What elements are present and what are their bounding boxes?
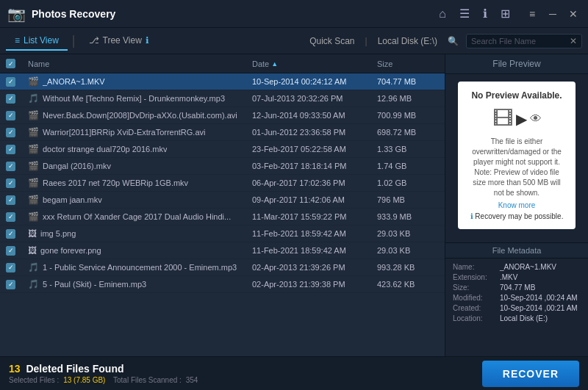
search-input[interactable] [471,37,567,46]
meta-row-created: Created: 10-Sep-2014 ,00:21 AM [453,304,581,312]
row-size: 1.02 GB [371,176,445,190]
row-checkbox[interactable]: ✓ [0,277,22,292]
row-check-icon: ✓ [6,195,15,205]
table-row[interactable]: ✓ 🎬 begam jaan.mkv 09-Apr-2017 11:42:06 … [0,192,445,209]
file-type-icon: 🎵 [28,262,39,272]
local-disk-label[interactable]: Local Disk (E:\) [375,35,440,48]
row-check-icon: ✓ [6,178,15,188]
row-date: 11-Mar-2017 15:59:22 PM [246,209,371,224]
recovery-possible-text: ℹ Recovery may be possible. [467,212,567,220]
row-checkbox[interactable]: ✓ [0,209,22,225]
row-checkbox[interactable]: ✓ [0,125,22,140]
meta-row-modified: Modified: 10-Sep-2014 ,00:24 AM [453,294,581,302]
table-row[interactable]: ✓ 🎬 xxx Return Of Xander Cage 2017 Dual … [0,209,445,225]
file-name-text: xxx Return Of Xander Cage 2017 Dual Audi… [43,212,231,221]
title-bar: 📷 Photos Recovery ⌂ ☰ ℹ ⊞ ≡ ─ ✕ [0,0,588,28]
row-size: 29.03 KB [371,243,445,258]
row-name: 🎬 begam jaan.mkv [22,192,246,208]
row-date: 02-Apr-2013 21:39:38 PM [246,277,371,292]
file-type-icon: 🎬 [28,127,39,137]
table-row[interactable]: ✓ 🎵 Without Me [Techno Remix] - Drunkenm… [0,90,445,107]
table-row[interactable]: ✓ 🎵 5 - Paul (Skit) - Eminem.mp3 02-Apr-… [0,276,445,293]
row-date: 02-Apr-2013 21:39:26 PM [246,260,371,275]
row-name: 🎬 Warrior[2011]BRRip XviD-ExtraTorrentRG… [22,124,246,140]
file-type-icon: 🎬 [28,161,39,171]
row-name: 🎬 Raees 2017 net 720p WEBRip 1GB.mkv [22,175,246,191]
row-name: 🖼 img 5.png [22,225,246,242]
row-checkbox[interactable]: ✓ [0,226,22,242]
preview-panel: File Preview No Preview Available. 🎞 ▶ 👁… [445,54,588,356]
meta-row-name: Name: _ANORA~1.MKV [453,263,581,271]
menu-icon[interactable]: ≡ [525,8,539,20]
title-bar-nav: ⌂ ☰ ℹ ⊞ [439,7,510,21]
file-name-text: Raees 2017 net 720p WEBRip 1GB.mkv [43,178,188,187]
selected-files-value: 13 (7.85 GB) [63,376,105,384]
tree-view-label: Tree View [103,35,142,46]
row-name: 🖼 gone forever.png [22,242,246,259]
file-type-icon: 🎬 [28,144,39,154]
tab-list-view[interactable]: ≡ List View [6,32,68,51]
file-name-text: img 5.png [40,229,76,238]
row-checkbox[interactable]: ✓ [0,260,22,275]
close-button[interactable]: ✕ [566,8,581,20]
row-check-icon: ✓ [6,280,15,289]
th-date-label: Date [252,59,269,68]
minimize-button[interactable]: ─ [545,8,560,20]
table-row[interactable]: ✓ 🎬 Dangal (2016).mkv 03-Feb-2017 18:18:… [0,158,445,175]
tab-tree-view[interactable]: ⎇ Tree View ℹ [80,32,158,51]
deleted-count: 13 [9,363,21,375]
metadata-header: File Metadata [445,243,588,259]
file-name-text: _ANORA~1.MKV [43,77,105,86]
meta-row-size: Size: 704.77 MB [453,284,581,292]
row-check-icon: ✓ [6,246,15,256]
preview-icon-area: 🎞 ▶ 👁 [467,106,567,131]
th-date[interactable]: Date ▲ [246,57,371,70]
row-checkbox[interactable]: ✓ [0,243,22,259]
row-checkbox[interactable]: ✓ [0,159,22,174]
th-size[interactable]: Size [371,57,445,70]
search-clear-icon[interactable]: ✕ [570,36,577,46]
table-row[interactable]: ✓ 🎬 _ANORA~1.MKV 10-Sep-2014 00:24:12 AM… [0,73,445,90]
row-checkbox[interactable]: ✓ [0,142,22,157]
row-check-icon: ✓ [6,128,15,137]
status-sub: Selected Files : 13 (7.85 GB) Total File… [9,376,198,384]
table-row[interactable]: ✓ 🎬 Never.Back.Down[2008]DvDrip-aXXo.(Us… [0,107,445,124]
film-icon: 🎞 [492,106,513,131]
row-checkbox[interactable]: ✓ [0,192,22,208]
table-row[interactable]: ✓ 🎬 doctor strange dual720p 2016.mkv 23-… [0,141,445,158]
row-name: 🎬 Dangal (2016).mkv [22,158,246,174]
know-more-link[interactable]: Know more [467,201,567,209]
row-name: 🎬 xxx Return Of Xander Cage 2017 Dual Au… [22,209,246,225]
meta-name-label: Name: [453,263,497,271]
table-row[interactable]: ✓ 🖼 img 5.png 11-Feb-2021 18:59:42 AM 29… [0,225,445,242]
tree-view-icon: ⎇ [89,35,99,46]
table-row[interactable]: ✓ 🎬 Warrior[2011]BRRip XviD-ExtraTorrent… [0,124,445,141]
play-icon: ▶ [516,110,527,128]
list-icon[interactable]: ☰ [459,7,470,21]
row-size: 933.9 MB [371,209,445,224]
header-checkbox[interactable]: ✓ [6,59,15,68]
row-check-icon: ✓ [6,111,15,120]
tab-divider: | [72,33,76,48]
info-icon[interactable]: ℹ [483,7,487,21]
meta-modified-value: 10-Sep-2014 ,00:24 AM [500,294,581,302]
preview-header: File Preview [445,54,588,74]
row-name: 🎬 Never.Back.Down[2008]DvDrip-aXXo.(Usab… [22,107,246,123]
home-icon[interactable]: ⌂ [439,7,446,21]
table-row[interactable]: ✓ 🎵 1 - Public Service Announcement 2000… [0,259,445,276]
grid-icon[interactable]: ⊞ [501,7,510,21]
row-checkbox[interactable]: ✓ [0,108,22,123]
row-size: 700.99 MB [371,108,445,123]
th-name[interactable]: Name [22,57,246,70]
row-checkbox[interactable]: ✓ [0,176,22,191]
recover-button[interactable]: RECOVER [482,361,579,387]
table-row[interactable]: ✓ 🎬 Raees 2017 net 720p WEBRip 1GB.mkv 0… [0,175,445,192]
file-name-text: gone forever.png [40,246,101,255]
quick-scan-button[interactable]: Quick Scan [306,35,357,48]
total-scanned-value: 354 [186,376,198,384]
file-name-text: doctor strange dual720p 2016.mkv [43,145,167,154]
table-row[interactable]: ✓ 🖼 gone forever.png 11-Feb-2021 18:59:4… [0,242,445,259]
row-checkbox[interactable]: ✓ [0,91,22,106]
row-checkbox[interactable]: ✓ [0,74,22,90]
list-view-icon: ≡ [15,35,20,46]
